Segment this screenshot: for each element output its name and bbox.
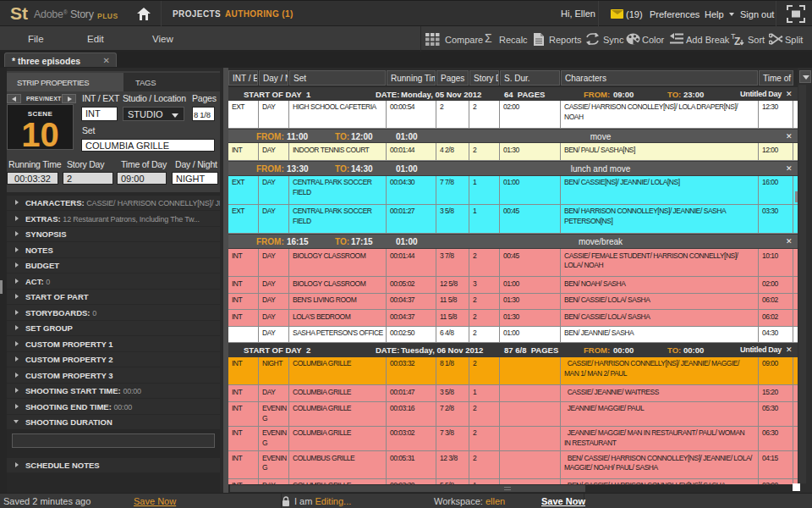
svg-text:Z: Z [734, 36, 740, 46]
